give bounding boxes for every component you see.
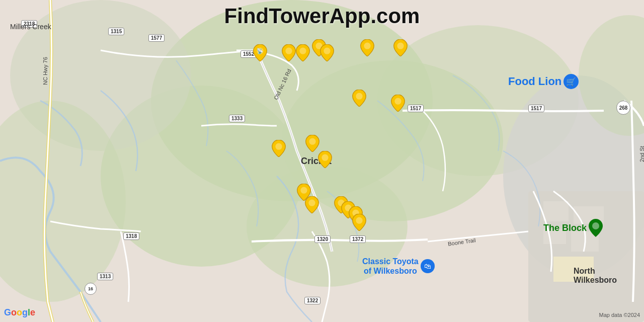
svg-point-27 <box>309 138 315 145</box>
map-container: FindTowerApp.com 2318 1315 1577 1552 133… <box>0 0 644 322</box>
tower-pin-12[interactable] <box>318 151 332 168</box>
svg-text:📡: 📡 <box>257 48 264 54</box>
tower-pin-11[interactable] <box>305 135 319 152</box>
road-shield-1372: 1372 <box>350 235 366 243</box>
road-shield-1313: 1313 <box>97 273 113 280</box>
svg-point-34 <box>356 217 362 224</box>
svg-point-29 <box>300 187 307 194</box>
road-shield-1333: 1333 <box>229 115 245 122</box>
the-block-poi[interactable]: The Block <box>543 219 603 237</box>
site-title: FindTowerApp.com <box>224 4 420 28</box>
tower-pin-7[interactable] <box>320 44 334 61</box>
road-shield-1315: 1315 <box>108 28 124 35</box>
svg-point-26 <box>275 143 282 150</box>
toyota-text: Classic Toyotaof Wilkesboro <box>362 257 419 276</box>
road-shield-1320: 1320 <box>314 235 331 243</box>
tower-pin-8[interactable] <box>352 90 366 107</box>
road-shield-16: 16 <box>85 283 97 295</box>
svg-point-21 <box>364 43 370 49</box>
food-lion-poi[interactable]: Food Lion 🛒 <box>508 74 579 89</box>
road-shield-268: 268 <box>616 101 630 115</box>
tower-pin-9[interactable] <box>391 95 405 112</box>
svg-point-18 <box>285 48 292 54</box>
road-shield-1318: 1318 <box>123 232 139 240</box>
svg-point-24 <box>356 93 362 100</box>
toyota-poi[interactable]: Classic Toyotaof Wilkesboro 🛍 <box>362 257 435 276</box>
road-shield-1517a: 1517 <box>408 105 424 112</box>
svg-point-30 <box>308 200 315 206</box>
svg-point-25 <box>394 98 401 105</box>
road-label-nc-hwy-76: NC Hwy 76 <box>42 57 48 85</box>
place-north-wilkesboro: NorthWilkesboro <box>574 267 617 285</box>
food-lion-icon: 🛒 <box>564 74 579 89</box>
google-logo: Google <box>4 307 35 318</box>
svg-point-28 <box>321 154 328 161</box>
place-millers-creek: Millers Creek <box>10 23 51 31</box>
tower-pin-3[interactable] <box>296 44 310 61</box>
tower-pin-14[interactable] <box>305 196 319 213</box>
road-label-2nd-st: 2nd St <box>639 146 644 162</box>
tower-pin-6[interactable] <box>393 39 408 56</box>
svg-point-22 <box>397 43 404 49</box>
tower-pin-10[interactable] <box>272 140 286 157</box>
tower-pin-2[interactable] <box>282 44 296 61</box>
svg-point-23 <box>324 48 330 54</box>
the-block-text: The Block <box>543 223 587 233</box>
tower-pin-1[interactable]: 📡 <box>253 44 267 61</box>
food-lion-text: Food Lion <box>508 75 561 88</box>
tower-pin-5[interactable] <box>360 39 374 56</box>
road-shield-1517b: 1517 <box>528 105 544 112</box>
road-shield-1577: 1577 <box>148 34 165 42</box>
svg-point-35 <box>592 222 599 229</box>
map-data-attribution: Map data ©2024 <box>599 312 640 318</box>
svg-point-19 <box>299 48 306 54</box>
tower-pin-18[interactable] <box>352 214 366 231</box>
toyota-icon: 🛍 <box>421 259 435 273</box>
the-block-pin-icon <box>589 219 603 237</box>
road-shield-1322: 1322 <box>304 297 320 304</box>
svg-rect-11 <box>543 201 569 221</box>
